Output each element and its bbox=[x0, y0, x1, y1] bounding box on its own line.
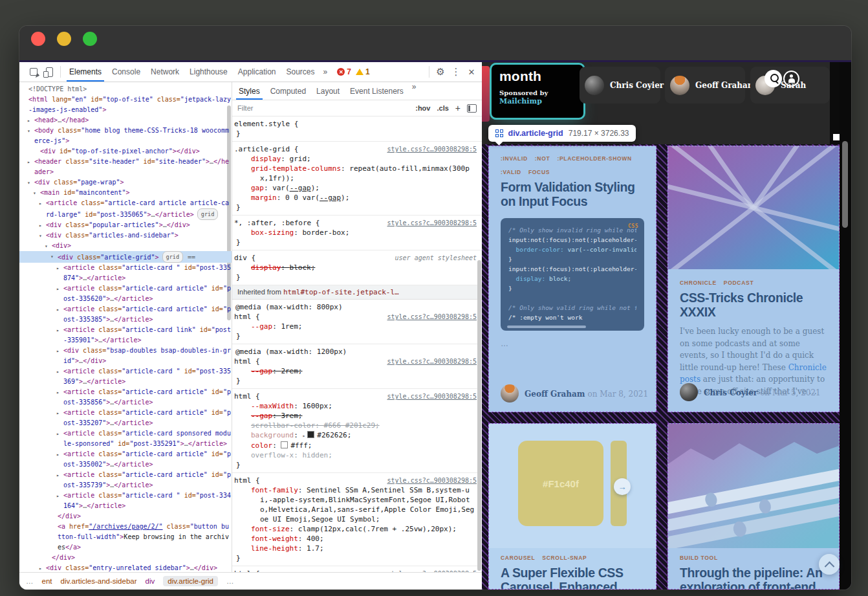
dom-tree-node[interactable]: ▸<head>…</head> bbox=[19, 115, 232, 126]
article-tag-link[interactable]: BUILD TOOL bbox=[680, 555, 718, 561]
css-property[interactable]: background: ▸#262626; bbox=[234, 430, 477, 441]
inspect-element-icon[interactable] bbox=[26, 64, 41, 80]
search-icon[interactable] bbox=[765, 70, 782, 87]
css-property[interactable]: margin: 0 0 var(--gap); bbox=[234, 193, 477, 203]
dom-tree-node[interactable]: ▸<article class="article-card article" i… bbox=[19, 304, 232, 325]
dom-tree-node[interactable]: <!DOCTYPE html> bbox=[19, 84, 232, 94]
dom-tree-node[interactable]: </div> bbox=[19, 553, 232, 563]
expand-icon[interactable]: ▸ bbox=[56, 388, 60, 398]
dom-tree-node[interactable]: <html lang="en" id="top-of-site" class="… bbox=[19, 94, 232, 115]
collapse-icon[interactable]: ▾ bbox=[45, 241, 48, 252]
scroll-to-top-button[interactable] bbox=[819, 554, 840, 575]
styles-tab-computed[interactable]: Computed bbox=[265, 82, 311, 100]
dom-tree-node[interactable]: ▸<article class="article-card " id="post… bbox=[19, 263, 232, 283]
dom-tree-node[interactable]: <a href="/archives/page/2/" class="butto… bbox=[19, 522, 232, 553]
grid-badge[interactable]: grid bbox=[162, 251, 183, 263]
styles-tab-event-listeners[interactable]: Event Listeners bbox=[345, 82, 409, 100]
css-property[interactable]: color: #fff; bbox=[234, 441, 477, 450]
breadcrumb-item[interactable]: … bbox=[226, 577, 234, 585]
media-query[interactable]: @media (max-width: 800px) bbox=[234, 302, 477, 312]
device-toolbar-icon[interactable] bbox=[41, 64, 57, 80]
styles-control-hov[interactable]: :hov bbox=[415, 104, 430, 112]
expand-icon[interactable]: ▸ bbox=[56, 263, 60, 274]
article-title[interactable]: Through the pipeline: An exploration of … bbox=[680, 566, 827, 590]
sponsor-card[interactable]: month Sponsored by Mailchimp bbox=[490, 63, 585, 120]
stylesheet-source-link[interactable]: style.css?c…900308298:5 bbox=[382, 357, 477, 366]
article-tag-link[interactable]: CAROUSEL bbox=[501, 555, 535, 561]
toggle-sidebar-icon[interactable] bbox=[467, 104, 477, 113]
dom-tree-node[interactable]: ▸<article class="article-card " id="post… bbox=[19, 491, 232, 511]
dom-tree-node[interactable]: ▾<div> bbox=[19, 241, 232, 251]
console-status-badges[interactable]: ✕7 1 bbox=[333, 66, 373, 78]
more-styles-tabs-icon[interactable]: » bbox=[409, 82, 420, 100]
article-card-form-validation[interactable]: :INVALID:NOT:PLACEHOLDER-SHOWN:VALIDFOCU… bbox=[488, 146, 656, 412]
expand-icon[interactable]: ▸ bbox=[56, 470, 60, 481]
css-property[interactable]: box-sizing: border-box; bbox=[234, 228, 477, 237]
carousel-next-icon[interactable]: → bbox=[614, 478, 631, 495]
dom-tree-node[interactable]: ▸<article class="article-card article" i… bbox=[19, 387, 232, 408]
breadcrumb-item[interactable]: div.articles-and-sidebar bbox=[61, 577, 137, 585]
page-scrollbar-track[interactable] bbox=[840, 62, 851, 590]
article-title[interactable]: A Super Flexible CSS Carousel, Enhanced … bbox=[501, 566, 644, 590]
article-title[interactable]: CSS-Tricks Chronicle XXXIX bbox=[680, 291, 827, 319]
stylesheet-source-link[interactable]: style.css?c…900308298:5 bbox=[382, 144, 477, 154]
css-property[interactable]: --gap: 2rem; bbox=[234, 366, 477, 376]
article-tag-link[interactable]: FOCUS bbox=[528, 169, 550, 175]
kebab-menu-icon[interactable]: ⋮ bbox=[448, 64, 464, 80]
author-name[interactable]: Geoff Graham bbox=[525, 390, 585, 399]
dom-tree-node[interactable]: ▾<div class="articles-and-sidebar"> bbox=[19, 230, 232, 241]
collapse-icon[interactable]: ▾ bbox=[27, 126, 30, 137]
css-property[interactable]: gap: var(--gap); bbox=[234, 183, 477, 193]
devtools-tab-lighthouse[interactable]: Lighthouse bbox=[184, 62, 233, 82]
article-card-pipeline[interactable]: BUILD TOOL Through the pipeline: An expl… bbox=[667, 423, 840, 590]
code-horizontal-scrollbar[interactable] bbox=[507, 326, 586, 328]
dom-tree-node[interactable]: <div id="top-of-site-pixel-anchor"></div… bbox=[19, 146, 232, 157]
author-chip-geoff-graham[interactable]: Geoff Graham bbox=[665, 67, 745, 104]
author-byline[interactable]: Geoff Grahamon Mar 8, 2021 bbox=[501, 384, 648, 403]
dom-tree-node[interactable]: ▸<div class="popular-articles">…</div> bbox=[19, 220, 232, 230]
css-selector[interactable]: .article-grid { bbox=[234, 144, 298, 154]
dom-tree-node[interactable]: ▾<div class="page-wrap"> bbox=[19, 177, 232, 188]
grid-badge[interactable]: grid bbox=[197, 208, 218, 220]
css-selector[interactable]: html { bbox=[234, 569, 260, 572]
css-selector[interactable]: html { bbox=[234, 392, 260, 401]
minimize-window-button[interactable] bbox=[57, 32, 71, 46]
css-selector[interactable]: html { bbox=[234, 357, 260, 366]
inherited-node-link[interactable]: html#top-of-site. bbox=[283, 288, 356, 296]
expand-icon[interactable]: ▸ bbox=[39, 564, 42, 572]
styles-tab-styles[interactable]: Styles bbox=[233, 82, 265, 100]
dom-tree-node[interactable]: ▸<article class="article-card article" i… bbox=[19, 449, 232, 470]
expand-icon[interactable]: ▸ bbox=[56, 429, 60, 439]
styles-scrollbar[interactable] bbox=[477, 260, 481, 571]
dom-tree-node[interactable]: ▸<article class="article-card article" i… bbox=[19, 283, 232, 304]
stylesheet-source-link[interactable]: style.css?c…900308298:5 bbox=[382, 312, 477, 322]
dom-tree-node[interactable]: ▸<header class="site-header" id="site-he… bbox=[19, 157, 232, 177]
close-devtools-icon[interactable]: ✕ bbox=[464, 64, 479, 80]
author-name[interactable]: Chris Coyier bbox=[704, 388, 757, 397]
expand-icon[interactable]: ▸ bbox=[56, 408, 60, 419]
css-selector[interactable]: div { bbox=[234, 253, 255, 263]
article-title[interactable]: Form Validation Styling on Input Focus bbox=[501, 180, 644, 208]
styles-tab-layout[interactable]: Layout bbox=[311, 82, 345, 100]
author-chip-chris-coyier[interactable]: Chris Coyier bbox=[580, 67, 660, 104]
collapse-icon[interactable]: ▾ bbox=[50, 252, 54, 262]
article-tag-link[interactable]: PODCAST bbox=[724, 280, 754, 286]
dom-tree-node[interactable]: ▸<article class="article-card article ar… bbox=[19, 198, 232, 220]
css-property[interactable]: line-height: 1.7; bbox=[234, 544, 477, 553]
sponsor-link[interactable]: Mailchimp bbox=[499, 97, 576, 105]
expand-icon[interactable]: ▸ bbox=[27, 157, 30, 168]
breadcrumb-item[interactable]: … bbox=[26, 577, 34, 585]
article-tag-link[interactable]: CHRONICLE bbox=[680, 280, 717, 286]
css-property[interactable]: --gap: 3rem; bbox=[234, 411, 477, 421]
dom-tree-node[interactable]: ▾<main id="maincontent"> bbox=[19, 188, 232, 198]
devtools-tab-elements[interactable]: Elements bbox=[64, 62, 107, 82]
css-selector[interactable]: *, :after, :before { bbox=[234, 218, 320, 228]
css-property[interactable]: font-weight: 400; bbox=[234, 534, 477, 544]
styles-control-[interactable]: + bbox=[455, 103, 461, 113]
css-property[interactable]: font-family: Sentinel SSm A,Sentinel SSm… bbox=[234, 485, 477, 524]
devtools-tab-console[interactable]: Console bbox=[107, 62, 146, 82]
article-tag-link[interactable]: :VALID bbox=[501, 169, 521, 175]
stylesheet-source-link[interactable]: style.css?c…900308298:5 bbox=[382, 218, 477, 228]
expand-icon[interactable]: ▸ bbox=[56, 450, 60, 460]
stylesheet-source-link[interactable]: style.css?c…900308298:5 bbox=[382, 392, 477, 401]
